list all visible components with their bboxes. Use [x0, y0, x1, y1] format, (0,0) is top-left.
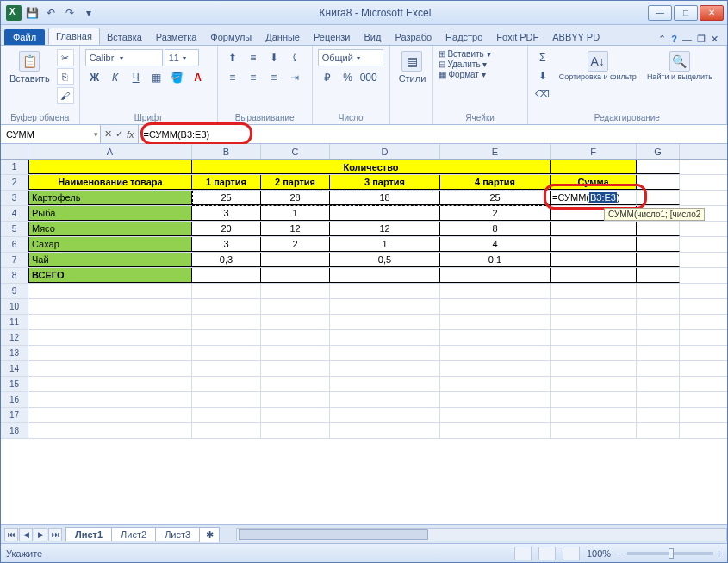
undo-button[interactable]: ↶ [42, 4, 59, 22]
cell[interactable] [440, 299, 551, 314]
cell-a7[interactable]: Чай [28, 253, 192, 267]
row-header[interactable]: 1 [1, 160, 28, 174]
cell[interactable] [330, 330, 440, 345]
tab-view[interactable]: Вид [358, 29, 389, 45]
cell[interactable] [261, 361, 330, 376]
cell[interactable] [440, 346, 551, 360]
cell[interactable] [440, 361, 551, 376]
workbook-minimize-button[interactable]: — [682, 34, 692, 45]
zoom-slider[interactable] [627, 552, 713, 555]
row-header[interactable]: 12 [1, 330, 28, 345]
cell-a8[interactable]: ВСЕГО [28, 268, 192, 283]
row-header[interactable]: 11 [1, 315, 28, 329]
cell[interactable] [440, 315, 551, 329]
cell[interactable] [28, 284, 192, 298]
cell[interactable] [637, 392, 680, 407]
cut-button[interactable]: ✂ [57, 49, 74, 66]
cell[interactable] [192, 346, 261, 360]
close-button[interactable]: ✕ [700, 5, 724, 21]
page-break-view-button[interactable] [563, 547, 580, 560]
paste-button[interactable]: 📋Вставить [6, 49, 53, 85]
col-header-c[interactable]: C [261, 144, 330, 159]
cell[interactable] [330, 284, 440, 298]
cell[interactable] [637, 299, 680, 314]
cell-b2[interactable]: 1 партия [192, 175, 261, 190]
cell-f5[interactable] [551, 222, 637, 236]
cell[interactable] [637, 253, 680, 267]
sheet-nav-first[interactable]: ⏮ [4, 528, 18, 541]
cell[interactable] [330, 361, 440, 376]
tab-formulas[interactable]: Формулы [203, 29, 258, 45]
cell-f2[interactable]: Сумма [551, 175, 637, 190]
cell[interactable] [637, 423, 680, 438]
cell[interactable] [28, 408, 192, 422]
cell[interactable] [261, 284, 330, 298]
sheet-tab-2[interactable]: Лист2 [111, 527, 156, 541]
percent-button[interactable]: % [339, 69, 358, 86]
cell-d3[interactable]: 18 [330, 191, 440, 205]
cell[interactable] [637, 191, 680, 205]
cell[interactable] [28, 330, 192, 345]
cell[interactable] [637, 284, 680, 298]
cell[interactable] [28, 160, 192, 174]
zoom-slider-thumb[interactable] [669, 548, 674, 559]
cell[interactable] [551, 423, 637, 438]
cell[interactable] [637, 175, 680, 190]
align-top-button[interactable]: ⬆ [223, 49, 242, 66]
col-header-g[interactable]: G [637, 144, 680, 159]
cell[interactable] [637, 160, 680, 174]
tab-data[interactable]: Данные [258, 29, 307, 45]
redo-button[interactable]: ↷ [61, 4, 78, 22]
cell-e6[interactable]: 4 [440, 237, 551, 252]
delete-cells-button[interactable]: ⊟ Удалить ▾ [439, 59, 488, 69]
cell[interactable] [261, 346, 330, 360]
cell-d8[interactable] [330, 268, 440, 283]
cell-c6[interactable]: 2 [261, 237, 330, 252]
cell-d6[interactable]: 1 [330, 237, 440, 252]
cell-f3-editing[interactable]: =СУММ(B3:E3) [551, 191, 637, 205]
align-center-button[interactable]: ≡ [244, 69, 263, 86]
cell-a3[interactable]: Картофель [28, 191, 192, 205]
cell-e3[interactable]: 25 [440, 191, 551, 205]
page-layout-view-button[interactable] [538, 547, 556, 560]
maximize-button[interactable]: □ [674, 5, 698, 21]
cell[interactable] [28, 346, 192, 360]
italic-button[interactable]: К [106, 69, 125, 86]
align-right-button[interactable]: ≡ [264, 69, 283, 86]
row-header[interactable]: 16 [1, 392, 28, 407]
sheet-tab-1[interactable]: Лист1 [65, 527, 112, 541]
cell[interactable] [637, 268, 680, 283]
cell[interactable] [28, 361, 192, 376]
cell-d7[interactable]: 0,5 [330, 253, 440, 267]
cell[interactable] [261, 408, 330, 422]
sheet-tab-3[interactable]: Лист3 [155, 527, 200, 541]
cell[interactable] [551, 408, 637, 422]
insert-cells-button[interactable]: ⊞ Вставить ▾ [439, 49, 491, 59]
cell-c4[interactable]: 1 [261, 206, 330, 221]
cell-b1-merged[interactable]: Количество [192, 160, 551, 174]
sheet-nav-prev[interactable]: ◀ [19, 528, 33, 541]
cell-b3[interactable]: 25 [192, 191, 261, 205]
cell[interactable] [440, 408, 551, 422]
select-all-corner[interactable] [1, 144, 28, 159]
cell[interactable] [551, 160, 637, 174]
workbook-restore-button[interactable]: ❐ [697, 34, 706, 45]
cell[interactable] [192, 423, 261, 438]
help-icon[interactable]: ? [671, 34, 677, 45]
cell[interactable] [440, 392, 551, 407]
cell[interactable] [551, 377, 637, 391]
sort-filter-button[interactable]: A↓Сортировка и фильтр [556, 49, 640, 84]
cell-b7[interactable]: 0,3 [192, 253, 261, 267]
cell-a5[interactable]: Мясо [28, 222, 192, 236]
cell-d5[interactable]: 12 [330, 222, 440, 236]
align-left-button[interactable]: ≡ [223, 69, 242, 86]
cell[interactable] [192, 315, 261, 329]
cell[interactable] [261, 423, 330, 438]
minimize-ribbon-icon[interactable]: ⌃ [658, 34, 666, 45]
normal-view-button[interactable] [514, 547, 532, 560]
cell[interactable] [330, 346, 440, 360]
cell[interactable] [637, 237, 680, 252]
font-color-button[interactable]: A [189, 69, 208, 86]
cell[interactable] [637, 408, 680, 422]
cell[interactable] [192, 330, 261, 345]
